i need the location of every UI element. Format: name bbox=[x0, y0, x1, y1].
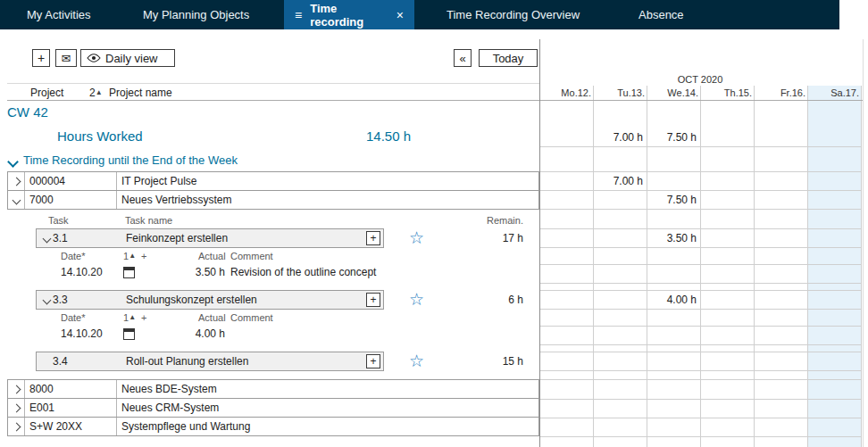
grid-line bbox=[861, 86, 862, 447]
tab-absence[interactable]: Absence bbox=[638, 0, 684, 29]
actual-column-header: Actual bbox=[198, 312, 226, 323]
day-cell-hours-tu: 7.00 h bbox=[597, 131, 643, 144]
remaining-effort: 6 h bbox=[464, 294, 523, 306]
calendar-icon[interactable] bbox=[123, 328, 135, 340]
grid-line bbox=[539, 379, 861, 380]
menu-icon[interactable]: ≡ bbox=[295, 9, 302, 21]
project-row-sw20xx[interactable]: S+W 20XX Systempflege und Wartung bbox=[7, 417, 539, 436]
task-column-header[interactable]: Task bbox=[48, 215, 69, 226]
view-selector[interactable]: Daily view bbox=[80, 49, 175, 67]
grid-line bbox=[539, 264, 861, 265]
sort-indicator[interactable]: 2▲ bbox=[89, 87, 103, 99]
project-name: Systempflege und Wartung bbox=[117, 420, 538, 433]
project-code: 000004 bbox=[24, 172, 117, 190]
grid-line bbox=[539, 399, 861, 400]
project-row-e001[interactable]: E001 Neues CRM-System bbox=[7, 398, 539, 418]
entry-comment[interactable]: Revision of the outline concept bbox=[230, 266, 376, 278]
entry-date[interactable]: 14.10.20 bbox=[61, 327, 103, 340]
add-button[interactable]: + bbox=[32, 49, 50, 67]
column-header-project-name[interactable]: Project name bbox=[109, 87, 172, 99]
task-id: 3.4 bbox=[53, 355, 126, 368]
column-header-project[interactable]: Project bbox=[30, 87, 63, 99]
project-row-7000[interactable]: 7000 Neues Vertriebssystem bbox=[7, 190, 539, 210]
collapse-icon[interactable] bbox=[42, 234, 51, 243]
entry-sort-control[interactable]: 1▲ + bbox=[123, 312, 147, 323]
tab-my-planning-objects[interactable]: My Planning Objects bbox=[143, 0, 249, 29]
project-row-8000[interactable]: 8000 Neues BDE-System bbox=[7, 379, 539, 399]
task-row-3-3[interactable]: 3.3 Schulungskonzept erstellen + bbox=[36, 290, 384, 310]
expand-icon[interactable] bbox=[12, 177, 21, 186]
collapse-icon[interactable] bbox=[12, 195, 21, 204]
project-name: Neues Vertriebssystem bbox=[117, 194, 538, 206]
panel-splitter[interactable] bbox=[539, 39, 540, 447]
sort-asc-icon: ▲ bbox=[96, 88, 103, 96]
grid-line bbox=[539, 370, 861, 371]
expand-icon[interactable] bbox=[12, 422, 21, 431]
entry-sort-control[interactable]: 1▲ + bbox=[123, 251, 147, 261]
project-name: IT Project Pulse bbox=[117, 175, 538, 187]
previous-week-button[interactable]: « bbox=[454, 49, 472, 67]
remaining-effort: 17 h bbox=[464, 232, 523, 244]
add-booking-button[interactable]: + bbox=[366, 354, 380, 368]
date-column-header: Date* bbox=[61, 312, 86, 323]
today-button[interactable]: Today bbox=[479, 49, 538, 67]
close-icon[interactable]: × bbox=[396, 9, 404, 21]
collapse-icon[interactable] bbox=[42, 295, 51, 304]
project-code: E001 bbox=[24, 399, 117, 417]
favorite-star-icon[interactable]: ☆ bbox=[409, 292, 424, 308]
task-row-3-1[interactable]: 3.1 Feinkonzept erstellen + bbox=[36, 228, 384, 248]
project-code: S+W 20XX bbox=[24, 418, 117, 435]
calendar-icon[interactable] bbox=[123, 267, 135, 278]
add-entry-row-icon[interactable]: + bbox=[141, 251, 146, 261]
header-underline bbox=[7, 100, 863, 101]
expand-icon[interactable] bbox=[12, 385, 21, 393]
grid-line bbox=[7, 83, 539, 84]
actual-column-header: Actual bbox=[198, 251, 226, 261]
grid-line bbox=[539, 344, 861, 345]
project-name: Neues CRM-System bbox=[117, 401, 538, 414]
entry-actual-hours[interactable]: 4.00 h bbox=[179, 327, 225, 340]
expand-icon[interactable] bbox=[12, 403, 21, 412]
task-row-3-4[interactable]: 3.4 Roll-out Planung erstellen + bbox=[36, 352, 384, 371]
project-code: 7000 bbox=[24, 191, 117, 209]
tab-my-activities[interactable]: My Activities bbox=[27, 0, 91, 29]
favorite-star-icon[interactable]: ☆ bbox=[409, 230, 424, 246]
add-booking-button[interactable]: + bbox=[366, 231, 380, 245]
day-cell-hours-we: 7.50 h bbox=[650, 131, 697, 144]
entry-date[interactable]: 14.10.20 bbox=[61, 266, 103, 278]
date-column-header: Date* bbox=[61, 251, 86, 261]
day-header-th: Th.15. bbox=[704, 87, 752, 98]
task-name: Roll-out Planung erstellen bbox=[126, 355, 383, 368]
mail-button[interactable]: ✉ bbox=[55, 49, 77, 67]
grid-line bbox=[593, 86, 594, 447]
favorite-star-icon[interactable]: ☆ bbox=[409, 353, 424, 369]
tab-time-recording-overview[interactable]: Time Recording Overview bbox=[447, 0, 580, 29]
sort-asc-icon: ▲ bbox=[129, 313, 136, 321]
grid-line bbox=[539, 352, 861, 352]
grid-line bbox=[539, 436, 861, 437]
day-cell-task-we: 3.50 h bbox=[650, 232, 697, 244]
grid-line bbox=[539, 228, 861, 229]
grid-line bbox=[539, 326, 861, 327]
remain-column-header[interactable]: Remain. bbox=[464, 215, 523, 226]
entry-actual-hours[interactable]: 3.50 h bbox=[179, 266, 225, 278]
day-header-mo: Mo.12. bbox=[543, 87, 591, 98]
project-name: Neues BDE-System bbox=[117, 383, 538, 395]
grid-line bbox=[539, 171, 861, 172]
grid-line bbox=[539, 283, 861, 284]
grid-line bbox=[754, 86, 755, 447]
project-code: 8000 bbox=[24, 380, 117, 398]
tab-label: Time recording bbox=[310, 2, 388, 29]
collapse-section-icon[interactable] bbox=[7, 156, 19, 168]
day-header-tu: Tu.13. bbox=[597, 87, 645, 98]
sort-asc-icon: ▲ bbox=[129, 252, 136, 260]
section-heading[interactable]: Time Recording until the End of the Week bbox=[23, 153, 238, 167]
add-booking-button[interactable]: + bbox=[366, 293, 380, 307]
add-entry-row-icon[interactable]: + bbox=[141, 312, 146, 323]
day-cell-task-we: 4.00 h bbox=[650, 294, 697, 306]
hours-worked-total: 14.50 h bbox=[304, 128, 411, 144]
grid-line bbox=[539, 190, 861, 191]
task-name-column-header[interactable]: Task name bbox=[125, 215, 172, 226]
project-row-000004[interactable]: 000004 IT Project Pulse bbox=[7, 171, 539, 191]
tab-time-recording[interactable]: ≡ Time recording × bbox=[284, 0, 414, 29]
